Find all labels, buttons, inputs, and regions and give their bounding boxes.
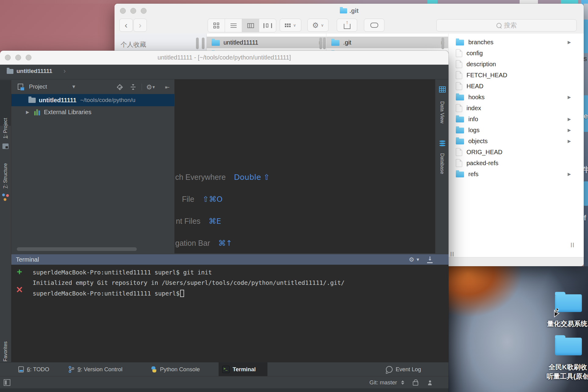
- file-name: config: [466, 50, 483, 57]
- dock-pin-icon[interactable]: ↓: [427, 256, 433, 263]
- file-icon: [456, 71, 462, 79]
- toolwindow-quick-access-icon[interactable]: [4, 379, 10, 386]
- finder-file-row[interactable]: FETCH_HEAD: [448, 70, 578, 81]
- file-icon: [456, 159, 462, 167]
- finder-item-untitled11111[interactable]: untitled11111 ▶: [207, 37, 326, 48]
- file-icon: [456, 82, 462, 90]
- finder-file-row[interactable]: HEAD: [448, 81, 578, 92]
- tool-button-event-log[interactable]: Event Log: [382, 362, 425, 376]
- data-view-icon: [439, 86, 446, 93]
- breadcrumb[interactable]: untitled11111: [16, 68, 52, 74]
- list-view-button[interactable]: [225, 19, 242, 32]
- file-name: branches: [468, 39, 493, 46]
- shortcut-label: File: [182, 195, 194, 203]
- tag-icon: [370, 23, 378, 28]
- file-name: info: [468, 116, 478, 123]
- forward-button[interactable]: ›: [133, 19, 147, 32]
- project-root-row[interactable]: untitled11111 ~/tools/code/python/u: [11, 94, 174, 106]
- disclosure-arrow-icon: ▶: [568, 139, 571, 143]
- breadcrumb-chevron-icon: ›: [64, 67, 66, 75]
- shortcut-keys: Double ⇧: [234, 173, 270, 182]
- horizontal-scrollbar-thumb[interactable]: [17, 247, 137, 251]
- group-button[interactable]: ∨: [280, 19, 301, 32]
- collapse-all-button[interactable]: [129, 83, 137, 91]
- editor-area[interactable]: ch Everywhere Double ⇧ File ⇧⌘O nt Files…: [175, 79, 435, 253]
- scrollbar-thumb[interactable]: [323, 38, 326, 49]
- search-icon: [496, 23, 502, 28]
- folder-icon: [456, 139, 464, 144]
- structure-tool-icon: [2, 194, 9, 201]
- close-session-icon[interactable]: ×: [16, 285, 23, 294]
- search-placeholder: 搜索: [504, 21, 517, 30]
- coverflow-view-icon: [263, 23, 272, 28]
- back-button[interactable]: ‹: [119, 19, 133, 32]
- grid-view-icon: [213, 23, 219, 28]
- lock-icon[interactable]: [413, 381, 418, 386]
- terminal-settings-gear-icon[interactable]: ⚙: [409, 256, 414, 263]
- finder-file-row[interactable]: packed-refs: [448, 158, 578, 169]
- finder-file-row[interactable]: index: [448, 103, 578, 114]
- settings-gear-icon[interactable]: ⚙▼: [147, 83, 154, 91]
- file-name: FETCH_HEAD: [466, 72, 507, 79]
- scrollbar-thumb[interactable]: [202, 38, 205, 49]
- column-resize-handle[interactable]: ||: [571, 242, 575, 248]
- column-view-button[interactable]: [242, 19, 259, 32]
- folder-icon: [456, 40, 464, 45]
- locate-file-button[interactable]: [116, 83, 124, 91]
- tool-button-terminal[interactable]: Terminal: [219, 362, 267, 376]
- desktop-folder-label[interactable]: 全民K歌刷收 听量工具(原创: [543, 363, 588, 381]
- desktop-fragment-white: [520, 0, 538, 4]
- tool-tab-project[interactable]: 1: Project: [3, 118, 8, 139]
- share-icon: [344, 24, 350, 29]
- tool-tab-structure[interactable]: 7: Structure: [3, 163, 8, 189]
- coverflow-view-button[interactable]: [259, 19, 276, 32]
- terminal-panel-header[interactable]: Terminal ⚙ ▼ ↓: [11, 254, 448, 265]
- finder-item-git[interactable]: .git ▶: [326, 37, 448, 48]
- finder-file-row[interactable]: info▶: [448, 114, 578, 125]
- icon-view-button[interactable]: [208, 19, 225, 32]
- tool-button-python-console[interactable]: Python Console: [147, 362, 204, 376]
- finder-file-row[interactable]: config: [448, 48, 578, 59]
- finder-file-row[interactable]: hooks▶: [448, 92, 578, 103]
- tool-tab-database[interactable]: Database: [439, 153, 445, 174]
- notifications-icon[interactable]: [428, 383, 432, 385]
- finder-file-row[interactable]: ORIG_HEAD: [448, 147, 578, 158]
- terminal-cursor: [180, 290, 184, 297]
- chevron-down-icon[interactable]: ▼: [72, 85, 75, 89]
- terminal-console[interactable]: + × superldeMacBook-Pro:untitled11111 su…: [11, 265, 448, 362]
- finder-file-row[interactable]: objects▶: [448, 136, 578, 147]
- sidebar-favorites-header: 个人收藏: [114, 34, 206, 49]
- expand-arrow-icon[interactable]: ▶: [26, 110, 29, 114]
- new-session-icon[interactable]: +: [17, 267, 22, 276]
- scrollbar-thumb[interactable]: [196, 38, 199, 49]
- folder-icon: [456, 95, 464, 100]
- tool-button-version-control[interactable]: 9: Version Control: [65, 362, 126, 376]
- desktop-folder-icon-kge[interactable]: [555, 338, 582, 355]
- scrollbar-thumb[interactable]: [441, 38, 444, 49]
- tool-button-todo[interactable]: 6: TODO: [15, 362, 53, 376]
- desktop-folder-label[interactable]: 量化交易系统: [545, 319, 588, 328]
- scrollbar-thumb[interactable]: [319, 38, 322, 49]
- share-button[interactable]: [337, 19, 357, 32]
- external-libraries-row[interactable]: ▶ External Libraries: [11, 106, 174, 118]
- finder-file-row[interactable]: description: [448, 59, 578, 70]
- column-view-icon: [247, 23, 254, 28]
- action-button[interactable]: ⚙∨: [307, 19, 328, 32]
- desktop-label-fragment: f: [584, 214, 586, 222]
- tags-button[interactable]: [364, 19, 384, 32]
- project-panel-title[interactable]: Project: [29, 83, 47, 90]
- hide-panel-button[interactable]: ⇤: [163, 83, 171, 91]
- event-log-bubble-icon: [386, 366, 393, 373]
- folder-icon: [28, 98, 36, 103]
- finder-file-row[interactable]: logs▶: [448, 125, 578, 136]
- finder-file-row[interactable]: branches▶: [448, 37, 578, 48]
- search-field[interactable]: 搜索: [436, 19, 577, 31]
- tool-tab-data-view[interactable]: Data View: [439, 101, 445, 124]
- terminal-line: superldeMacBook-Pro:untitled11111 superl…: [33, 290, 184, 297]
- branch-switch-arrows-icon[interactable]: [401, 380, 404, 385]
- git-branch-widget[interactable]: Git: master: [369, 379, 397, 386]
- mouse-cursor: [554, 310, 561, 318]
- finder-file-row[interactable]: refs▶: [448, 169, 578, 180]
- column-resize-handle[interactable]: ||: [450, 251, 455, 257]
- folder-icon: [456, 128, 464, 133]
